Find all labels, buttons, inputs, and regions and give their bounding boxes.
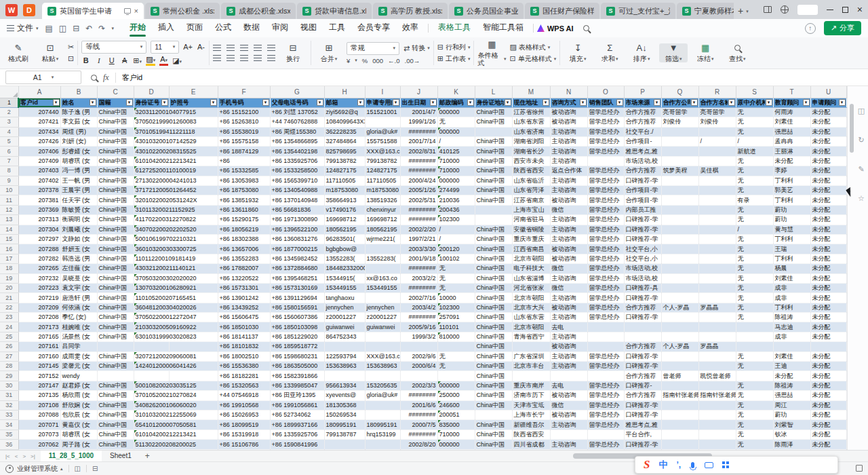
cell[interactable]: 包欣辰 (女 <box>60 411 97 420</box>
cell[interactable]: 左佳薇 (女 <box>60 264 97 273</box>
new-tab-button[interactable]: + <box>738 5 743 16</box>
cell[interactable]: 刘晨曦 (女 <box>60 225 97 234</box>
cell[interactable]: +86 1391129694 <box>270 293 324 303</box>
worksheet-button[interactable]: ⊞ 工作表▾ <box>437 54 471 64</box>
cell[interactable]: China中国 <box>475 166 512 176</box>
filter-header-cell[interactable]: 身份证号▼ <box>134 98 169 107</box>
document-tab[interactable]: S可过_支付宝+_滴滴 <box>601 3 675 19</box>
filter-dropdown-icon[interactable]: ▼ <box>53 99 60 106</box>
row-header[interactable]: 14 <box>0 225 18 234</box>
cell[interactable]: XXX@163.c <box>365 352 400 361</box>
cell[interactable]: 430103200107142529 <box>134 137 169 147</box>
cell[interactable]: 口碑推荐-学 <box>624 293 661 303</box>
cell[interactable]: 曾老师 <box>661 371 698 381</box>
cell[interactable]: 102300 <box>437 215 475 225</box>
cell[interactable]: 370105199411221118 <box>134 127 169 136</box>
fullscreen-icon[interactable] <box>856 465 863 472</box>
cell[interactable]: 142401200006041426 <box>134 362 169 371</box>
align-center-icon[interactable] <box>226 55 235 61</box>
cell[interactable]: 胡睿琪 (女 <box>60 156 97 166</box>
cell[interactable]: 1999/1/26 <box>400 117 437 127</box>
cell[interactable]: China中国 <box>97 117 134 127</box>
cell[interactable] <box>698 411 736 420</box>
cell[interactable]: China中国 <box>97 186 134 195</box>
cell[interactable]: +86 18002510 <box>218 352 270 361</box>
cell[interactable]: 710000 <box>437 156 475 166</box>
cell[interactable] <box>624 322 661 332</box>
cell[interactable]: +86 18501030 <box>218 322 270 332</box>
cell[interactable]: 北京市朝阳 <box>512 322 550 332</box>
cell[interactable] <box>365 332 400 341</box>
cut-icon[interactable]: ✂ <box>68 43 74 52</box>
cell[interactable]: 留学总经办 <box>587 147 624 156</box>
filter-header-cell[interactable]: 原中介机构▼ <box>736 98 773 107</box>
sheet-nav-first-icon[interactable]: |< <box>5 453 10 459</box>
cell[interactable]: m18753080 <box>324 186 365 195</box>
cell[interactable]: +86 15606475 <box>218 313 270 322</box>
cell[interactable] <box>661 205 698 214</box>
redo-icon[interactable]: ↷ <box>98 24 105 33</box>
cell[interactable]: China中国 <box>475 156 512 166</box>
cell[interactable]: 郭美艺 <box>773 186 810 195</box>
cell[interactable]: 未分配 <box>810 440 846 450</box>
cell[interactable]: 207088 <box>18 411 60 420</box>
cell[interactable]: China中国 <box>97 420 134 430</box>
ime-toolbox-icon[interactable] <box>722 461 729 468</box>
cell[interactable]: 留学总经办 <box>587 273 624 283</box>
search-icon[interactable] <box>583 25 589 31</box>
cell[interactable] <box>698 332 736 341</box>
cell[interactable] <box>698 205 736 214</box>
column-header-S[interactable]: S <box>736 86 773 98</box>
cell[interactable]: 主动咨询 <box>550 176 587 185</box>
cell[interactable]: 153449155 <box>324 283 365 292</box>
row-header[interactable]: 13 <box>0 215 18 225</box>
status-window-icon[interactable]: ◫ <box>75 465 81 472</box>
cell[interactable]: 周江 <box>773 400 810 410</box>
cell[interactable]: 2000/6/4 <box>400 362 437 371</box>
align-top-icon[interactable] <box>213 45 221 51</box>
percent-button[interactable]: % <box>362 57 368 64</box>
cell[interactable]: 无 <box>437 117 475 127</box>
cell[interactable]: 无 <box>736 264 773 273</box>
cell[interactable]: China中国 <box>475 137 512 147</box>
cell[interactable] <box>587 371 624 381</box>
row-header[interactable]: 24 <box>0 322 18 332</box>
cell[interactable]: 358664913 <box>324 195 365 205</box>
cell[interactable]: +86 1863505000 <box>270 362 324 371</box>
cell[interactable]: +86 1339985047 <box>270 381 324 390</box>
cell[interactable]: China中国 <box>97 215 134 225</box>
docer-icon[interactable]: D <box>23 4 35 16</box>
cell[interactable]: 612725200110100019 <box>134 166 169 176</box>
cell[interactable]: 207378 <box>18 186 60 195</box>
cell[interactable]: 180995191 <box>365 420 400 430</box>
cell[interactable]: 无 <box>736 166 773 176</box>
font-color-button[interactable]: A▾ <box>159 56 168 66</box>
filter-dropdown-icon[interactable]: ▼ <box>766 99 772 106</box>
cell[interactable]: +86 18182281 <box>218 371 270 381</box>
cell[interactable] <box>698 147 736 156</box>
cell[interactable]: 未分配 <box>810 225 846 234</box>
cell[interactable]: 654101200007050581 <box>134 420 169 430</box>
cell[interactable]: +86 17882007 <box>218 264 270 273</box>
document-tab[interactable]: S英国留学生申请× <box>42 3 144 19</box>
cell[interactable] <box>661 352 698 361</box>
cell[interactable]: 207282 <box>18 254 60 263</box>
cell[interactable]: 2003/4/2 <box>400 303 437 312</box>
cell[interactable] <box>698 264 736 273</box>
row-header[interactable]: 26 <box>0 342 18 352</box>
cell[interactable] <box>698 430 736 439</box>
cell[interactable]: 500108200203035125 <box>134 381 169 390</box>
cell[interactable]: xx@163.co <box>365 273 400 283</box>
row-header[interactable]: 30 <box>0 381 18 390</box>
cell[interactable]: 未分配 <box>810 234 846 244</box>
borders-button[interactable]: ⊞▾ <box>133 56 142 65</box>
cell[interactable]: 810000 <box>437 332 475 341</box>
cell[interactable]: 被动咨询 <box>550 195 587 205</box>
cell[interactable]: 钦冰 <box>773 430 810 439</box>
document-tab[interactable]: S高学历 教授.xlsx <box>373 3 448 19</box>
cell[interactable] <box>365 264 400 273</box>
sheet-nav-last-icon[interactable]: >| <box>31 453 35 459</box>
cell[interactable]: +86 18302388 <box>218 234 270 244</box>
cell[interactable] <box>661 362 698 371</box>
cell[interactable]: XXX@163.c <box>365 147 400 156</box>
